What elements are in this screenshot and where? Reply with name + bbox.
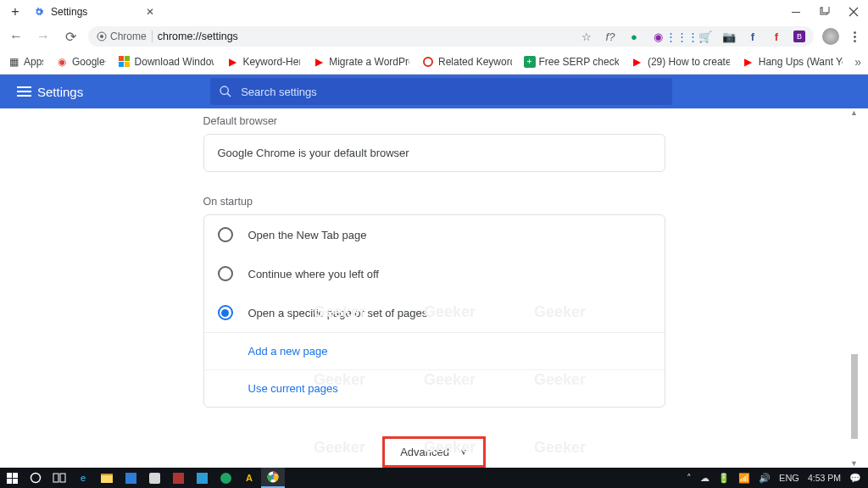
svg-rect-7 xyxy=(119,62,124,67)
bookmark-star-icon[interactable]: ☆ xyxy=(580,30,593,43)
window-controls xyxy=(782,0,868,24)
extension-icon[interactable]: ◉ xyxy=(651,30,665,43)
startup-option-continue[interactable]: Continue where you left off xyxy=(204,254,665,293)
bookmark-label: Free SERP checker xyxy=(539,56,619,68)
hamburger-menu-button[interactable] xyxy=(10,91,37,92)
extension-icon[interactable]: f xyxy=(746,30,760,43)
bookmark-item[interactable]: ▶Keyword-Hero xyxy=(225,55,300,69)
battery-icon[interactable]: 🔋 xyxy=(718,473,730,484)
startup-option-specific-pages[interactable]: Open a specific page or set of pages xyxy=(204,293,665,332)
tab-close-button[interactable]: ✕ xyxy=(142,6,158,18)
taskbar-app[interactable] xyxy=(214,468,237,488)
tab-title: Settings xyxy=(51,6,87,18)
taskbar-app[interactable] xyxy=(190,468,214,488)
maximize-button[interactable] xyxy=(810,0,839,24)
favicon-icon xyxy=(118,55,131,69)
task-view-button[interactable] xyxy=(47,468,71,488)
option-label: Continue where you left off xyxy=(248,268,379,280)
bookmark-label: Google+ xyxy=(72,56,106,68)
close-button[interactable] xyxy=(839,0,868,24)
option-label: Open the New Tab page xyxy=(248,229,367,241)
scroll-up-icon[interactable]: ▲ xyxy=(850,108,858,117)
windows-taskbar: e A ˄ ☁ 🔋 📶 🔊 ENG 4:53 PM 💬 xyxy=(0,468,868,488)
add-new-page-link[interactable]: Add a new page xyxy=(204,333,665,369)
advanced-toggle-button[interactable]: Advanced ▼ xyxy=(382,436,486,468)
extension-icon[interactable]: f xyxy=(770,30,783,43)
camera-icon[interactable]: 📷 xyxy=(722,30,736,43)
extension-icon[interactable]: ⋮⋮⋮ xyxy=(675,30,688,43)
bookmark-item[interactable]: +Free SERP checker xyxy=(524,56,619,68)
use-current-pages-link[interactable]: Use current pages xyxy=(204,369,665,407)
taskbar-app-explorer[interactable] xyxy=(95,468,119,488)
scroll-down-icon[interactable]: ▼ xyxy=(850,459,858,468)
advanced-label: Advanced xyxy=(400,446,449,458)
taskbar-app-chrome[interactable] xyxy=(261,468,285,488)
bookmark-apps[interactable]: ▦Apps xyxy=(7,55,43,69)
bookmark-item[interactable]: ▶(29) How to create a xyxy=(631,55,730,69)
chrome-menu-button[interactable] xyxy=(848,31,861,42)
cortana-button[interactable] xyxy=(24,468,47,488)
settings-search-input[interactable] xyxy=(241,86,664,98)
radio-icon xyxy=(218,305,233,320)
bookmark-item[interactable]: ▶Migrate a WordPres xyxy=(312,55,409,69)
radio-icon xyxy=(218,227,233,242)
taskbar-app-edge[interactable]: e xyxy=(71,468,95,488)
svg-point-9 xyxy=(220,86,228,94)
svg-rect-11 xyxy=(7,473,12,478)
bookmark-label: Download Windows xyxy=(135,56,214,68)
extension-icon[interactable]: 🛒 xyxy=(698,30,712,43)
action-center-icon[interactable]: 💬 xyxy=(849,473,861,484)
browser-toolbar: ← → ⟳ Chrome chrome://settings ☆ f? ● ◉ … xyxy=(0,24,868,49)
reload-button[interactable]: ⟳ xyxy=(61,29,80,45)
svg-rect-13 xyxy=(7,479,12,484)
page-scrollbar[interactable]: ▲ ▼ xyxy=(851,108,858,468)
address-bar[interactable]: Chrome chrome://settings ☆ f? ● ◉ ⋮⋮⋮ 🛒 … xyxy=(88,26,814,47)
bookmark-item[interactable]: Download Windows xyxy=(118,55,214,69)
chevron-down-icon: ▼ xyxy=(459,447,468,457)
settings-gear-icon xyxy=(32,5,46,19)
back-button[interactable]: ← xyxy=(7,29,25,44)
bookmark-label: Hang Ups (Want You xyxy=(759,56,843,68)
bookmark-item[interactable]: ▶Hang Ups (Want You xyxy=(742,55,843,69)
bookmark-label: Apps xyxy=(24,56,43,68)
bookmarks-overflow-button[interactable]: » xyxy=(854,55,861,69)
settings-app-bar: Settings xyxy=(0,75,868,108)
site-info-icon[interactable]: Chrome xyxy=(97,30,153,42)
volume-icon[interactable]: 🔊 xyxy=(759,473,771,484)
settings-content: Geeker Geeker Geeker Geeker Geeker Geeke… xyxy=(0,108,868,468)
minimize-button[interactable] xyxy=(782,0,810,24)
start-button[interactable] xyxy=(0,468,24,488)
tray-overflow-icon[interactable]: ˄ xyxy=(687,473,692,484)
startup-option-new-tab[interactable]: Open the New Tab page xyxy=(204,215,665,254)
extension-icon[interactable]: ● xyxy=(627,30,641,43)
default-browser-text: Google Chrome is your default browser xyxy=(218,147,409,159)
taskbar-app[interactable]: A xyxy=(237,468,261,488)
taskbar-app[interactable] xyxy=(166,468,190,488)
new-tab-button[interactable]: + xyxy=(7,4,24,19)
taskbar-app[interactable] xyxy=(142,468,166,488)
on-startup-card: Open the New Tab page Continue where you… xyxy=(203,214,665,408)
favicon-icon: + xyxy=(524,56,536,68)
svg-rect-0 xyxy=(792,12,800,13)
favicon-icon: ◉ xyxy=(55,55,69,69)
onedrive-icon[interactable]: ☁ xyxy=(700,473,709,484)
browser-tab[interactable]: Settings ✕ xyxy=(29,2,164,22)
option-label: Open a specific page or set of pages xyxy=(248,307,428,319)
bookmark-item[interactable]: Related Keywords xyxy=(421,55,512,69)
section-heading-default-browser: Default browser xyxy=(203,115,665,127)
clock[interactable]: 4:53 PM xyxy=(808,474,841,483)
bookmark-label: (29) How to create a xyxy=(648,56,730,68)
bookmark-label: Related Keywords xyxy=(438,56,512,68)
extension-icon[interactable]: B xyxy=(793,30,805,42)
bookmark-item[interactable]: ◉Google+ xyxy=(55,55,106,69)
scroll-thumb[interactable] xyxy=(851,354,858,439)
svg-rect-14 xyxy=(13,479,18,484)
site-label: Chrome xyxy=(110,30,147,42)
svg-point-15 xyxy=(31,474,41,483)
wifi-icon[interactable]: 📶 xyxy=(738,473,750,484)
language-indicator[interactable]: ENG xyxy=(779,473,799,483)
settings-search[interactable] xyxy=(210,78,672,105)
profile-avatar[interactable] xyxy=(822,28,839,45)
extension-icon[interactable]: f? xyxy=(604,30,617,43)
taskbar-app-store[interactable] xyxy=(119,468,142,488)
